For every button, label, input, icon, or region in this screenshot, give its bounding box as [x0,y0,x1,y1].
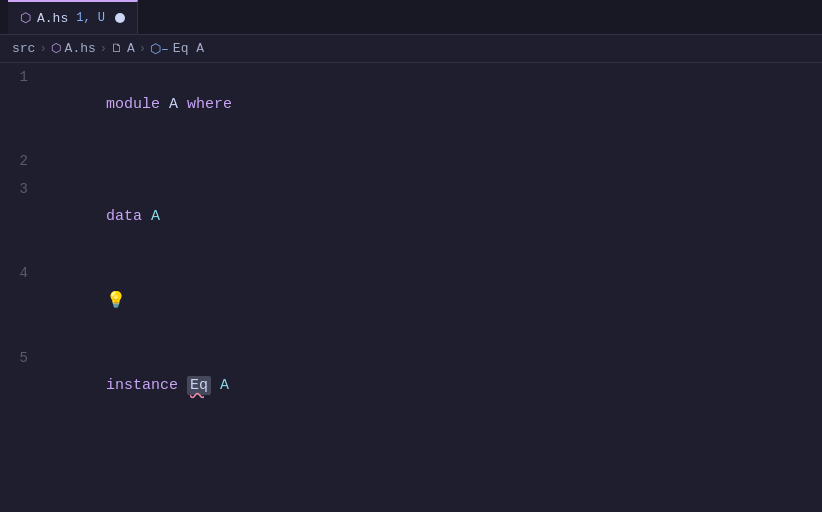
line-number-5: 5 [0,344,48,372]
keyword-where: where [187,96,232,113]
code-editor[interactable]: 1 module A where 2 3 data A 4 💡 5 instan… [0,63,822,428]
module-name: A [169,96,178,113]
breadcrumb-module[interactable]: A [127,41,135,56]
breadcrumb-link-icon: ⬡– [150,41,169,57]
keyword-module: module [106,96,160,113]
space [160,96,169,113]
line-content-4[interactable]: 💡 [48,259,822,344]
keyword-instance: instance [106,377,178,394]
eq-highlight-box: Eq [187,376,211,395]
breadcrumb-bar: src › ⬡ A.hs › 🗋 A › ⬡– Eq A [0,35,822,63]
line-content-5[interactable]: instance Eq A [48,344,822,428]
breadcrumb-src[interactable]: src [12,41,35,56]
space [178,377,187,394]
tab-bar: ⬡ A.hs 1, U [0,0,822,35]
line-number-2: 2 [0,147,48,175]
keyword-data: data [106,208,142,225]
breadcrumb-sep-2: › [100,42,107,56]
space [142,208,151,225]
breadcrumb-haskell-icon: ⬡ [51,41,61,56]
editor-line-3: 3 data A [0,175,822,259]
tab-a-hs[interactable]: ⬡ A.hs 1, U [8,0,138,34]
line-number-3: 3 [0,175,48,203]
eq-highlighted: Eq [187,376,211,395]
line-content-2[interactable] [48,147,822,175]
haskell-tab-icon: ⬡ [20,10,31,26]
lightbulb-icon[interactable]: 💡 [106,292,126,310]
type-a-instance: A [220,377,229,394]
space2 [211,377,220,394]
editor-line-4: 4 💡 [0,259,822,344]
unsaved-indicator [115,13,125,23]
breadcrumb-file[interactable]: A.hs [65,41,96,56]
tab-badge: 1, U [76,11,105,25]
tab-filename: A.hs [37,11,68,26]
line-number-4: 4 [0,259,48,287]
breadcrumb-symbol[interactable]: Eq A [173,41,204,56]
editor-line-1: 1 module A where [0,63,822,147]
line-content-3[interactable]: data A [48,175,822,259]
editor-line-2: 2 [0,147,822,175]
editor-line-5: 5 instance Eq A [0,344,822,428]
line-number-1: 1 [0,63,48,91]
breadcrumb-file-icon: 🗋 [111,41,123,56]
breadcrumb-sep-1: › [39,42,46,56]
line-content-1[interactable]: module A where [48,63,822,147]
space2 [178,96,187,113]
breadcrumb-sep-3: › [139,42,146,56]
type-a: A [151,208,160,225]
